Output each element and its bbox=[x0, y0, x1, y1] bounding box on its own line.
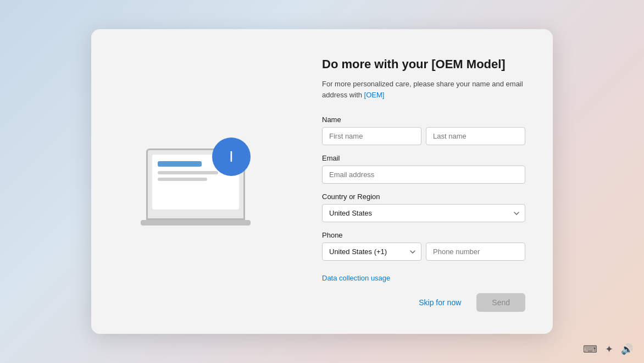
page-title: Do more with your [OEM Model] bbox=[322, 57, 525, 73]
phone-country-select[interactable]: United States (+1) Canada (+1) United Ki… bbox=[322, 243, 421, 261]
taskbar-icons: ⌨ ✦ 🔊 bbox=[583, 343, 633, 355]
screen-line1 bbox=[158, 171, 218, 174]
laptop-base bbox=[141, 220, 251, 226]
volume-icon[interactable]: 🔊 bbox=[621, 343, 633, 355]
phone-group: Phone United States (+1) Canada (+1) Uni… bbox=[322, 231, 525, 261]
keyboard-icon[interactable]: ⌨ bbox=[583, 343, 597, 355]
phone-row: United States (+1) Canada (+1) United Ki… bbox=[322, 243, 525, 261]
form-panel: Do more with your [OEM Model] For more p… bbox=[300, 29, 553, 334]
screen-bar bbox=[158, 161, 202, 167]
country-label: Country or Region bbox=[322, 193, 525, 201]
first-name-input[interactable] bbox=[322, 127, 421, 145]
phone-input-wrapper bbox=[426, 243, 525, 261]
phone-label: Phone bbox=[322, 231, 525, 239]
skip-button[interactable]: Skip for now bbox=[410, 294, 470, 311]
illustration-panel: I bbox=[91, 29, 300, 334]
main-dialog: I Do more with your [OEM Model] For more… bbox=[91, 29, 553, 334]
data-collection-link[interactable]: Data collection usage bbox=[322, 274, 525, 282]
cursor-icon: I bbox=[229, 149, 234, 164]
email-group: Email bbox=[322, 154, 525, 184]
phone-select-wrapper: United States (+1) Canada (+1) United Ki… bbox=[322, 243, 421, 261]
country-group: Country or Region United States Canada U… bbox=[322, 193, 525, 222]
last-name-input[interactable] bbox=[426, 127, 525, 145]
send-button[interactable]: Send bbox=[476, 293, 525, 312]
subtitle-link[interactable]: [OEM] bbox=[364, 91, 385, 99]
phone-number-input[interactable] bbox=[426, 243, 525, 261]
footer-buttons: Skip for now Send bbox=[322, 282, 525, 312]
screen-line2 bbox=[158, 178, 207, 181]
chat-bubble: I bbox=[212, 138, 251, 176]
email-label: Email bbox=[322, 154, 525, 162]
title-prefix: Do more with your bbox=[322, 57, 431, 71]
name-row bbox=[322, 127, 525, 145]
subtitle-text: For more personalized care, please share… bbox=[322, 79, 525, 100]
name-label: Name bbox=[322, 116, 525, 124]
email-input[interactable] bbox=[322, 166, 525, 184]
name-group: Name bbox=[322, 116, 525, 145]
subtitle-prefix: For more personalized care, please share… bbox=[322, 80, 523, 99]
country-select[interactable]: United States Canada United Kingdom Aust… bbox=[322, 204, 525, 222]
illustration: I bbox=[135, 127, 256, 237]
accessibility-icon[interactable]: ✦ bbox=[605, 343, 613, 355]
title-bold: [OEM Model] bbox=[431, 57, 505, 71]
